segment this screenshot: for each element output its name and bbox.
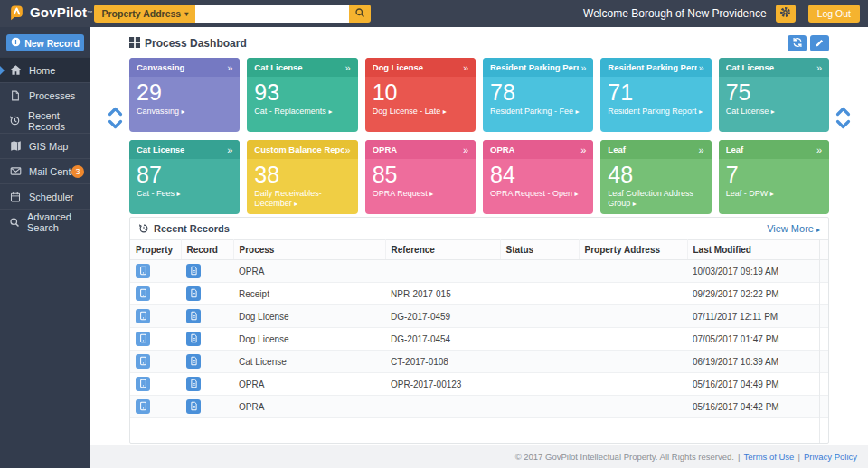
double-chevron-icon[interactable]: »: [699, 62, 704, 73]
property-button[interactable]: [136, 354, 150, 369]
recent-records-header: Recent Records View More ▸: [130, 218, 828, 239]
card-link[interactable]: OPRA Request - Open ▸: [490, 189, 586, 200]
privacy-policy-link[interactable]: Privacy Policy: [804, 452, 857, 462]
card-link[interactable]: Dog License - Late ▸: [373, 107, 468, 117]
search-input[interactable]: [195, 5, 349, 23]
sidebar-item-scheduler[interactable]: Scheduler: [0, 183, 90, 209]
record-button[interactable]: [186, 332, 201, 346]
sidebar-item-processes[interactable]: Processes: [0, 82, 90, 108]
cell-status: [500, 396, 579, 418]
card-header[interactable]: Dog License »: [365, 58, 476, 77]
double-chevron-icon[interactable]: »: [463, 62, 468, 73]
chevron-up-icon[interactable]: [835, 107, 851, 117]
cell-property-address: [579, 260, 687, 283]
card-header[interactable]: Leaf »: [719, 140, 829, 159]
dashboard-card: Custom Balance Report » 38 Daily Receiva…: [247, 140, 357, 214]
cell-last-modified: 06/19/2017 10:39 AM: [687, 351, 828, 373]
sidebar-item-home[interactable]: Home: [0, 57, 90, 82]
search-scope-button[interactable]: Property Address ▾: [94, 5, 195, 23]
property-button[interactable]: [136, 332, 150, 346]
card-header[interactable]: Resident Parking Permit »: [600, 58, 711, 77]
cell-process: Dog License: [233, 305, 385, 328]
property-button[interactable]: [136, 286, 150, 301]
record-button[interactable]: [186, 309, 201, 323]
record-button[interactable]: [186, 354, 201, 369]
table-scrollbar[interactable]: [819, 239, 820, 443]
property-button[interactable]: [136, 399, 150, 414]
card-link[interactable]: Resident Parking Report ▸: [608, 107, 703, 117]
copyright-text: © 2017 GovPilot Intellectual Property. A…: [515, 452, 734, 462]
dashboard-card: Cat License » 87 Cat - Fees ▸: [129, 140, 240, 214]
settings-button[interactable]: [776, 5, 796, 23]
double-chevron-icon[interactable]: »: [580, 62, 586, 73]
double-chevron-icon[interactable]: »: [463, 145, 468, 155]
terms-of-use-link[interactable]: Terms of Use: [743, 452, 794, 462]
card-header[interactable]: Cat License »: [129, 140, 240, 159]
logout-button[interactable]: Log Out: [808, 5, 860, 23]
property-button[interactable]: [136, 264, 150, 278]
search-button[interactable]: [349, 5, 371, 23]
record-button[interactable]: [186, 399, 201, 414]
sidebar-item-gis-map[interactable]: GIS Map: [0, 133, 90, 158]
record-icon: [189, 287, 199, 301]
global-search: Property Address ▾: [94, 5, 371, 23]
card-header[interactable]: OPRA »: [483, 140, 593, 159]
chevron-down-icon[interactable]: [108, 119, 123, 129]
card-link[interactable]: Daily Receivables- December ▸: [254, 189, 350, 210]
cell-last-modified: 07/05/2017 01:47 PM: [687, 328, 828, 351]
sidebar-item-recent-records[interactable]: Recent Records: [0, 108, 90, 133]
double-chevron-icon[interactable]: »: [227, 145, 232, 155]
cell-property-address: [579, 328, 687, 351]
double-chevron-icon[interactable]: »: [580, 145, 586, 155]
double-chevron-icon[interactable]: »: [816, 145, 822, 155]
double-chevron-icon[interactable]: »: [816, 62, 822, 73]
card-link[interactable]: Resident Parking - Fee ▸: [490, 107, 586, 117]
card-header[interactable]: Custom Balance Report »: [247, 140, 357, 159]
sidebar-item-label: Advanced Search: [27, 211, 90, 233]
double-chevron-icon[interactable]: »: [345, 145, 351, 155]
search-icon: [9, 217, 20, 228]
card-link-label: Cat - Fees: [137, 189, 175, 198]
card-link[interactable]: Leaf - DPW ▸: [726, 189, 822, 200]
dashboard-header: Process Dashboard: [129, 34, 829, 52]
record-button[interactable]: [186, 377, 201, 391]
card-link[interactable]: OPRA Request ▸: [373, 189, 468, 200]
card-header[interactable]: Canvassing »: [129, 58, 240, 77]
property-button[interactable]: [136, 377, 150, 391]
cell-last-modified: 07/11/2017 12:11 PM: [687, 305, 828, 328]
record-icon: [189, 400, 199, 414]
cell-last-modified: 09/29/2017 02:22 PM: [687, 283, 828, 305]
edit-button[interactable]: [810, 35, 829, 51]
property-button[interactable]: [136, 309, 150, 323]
double-chevron-icon[interactable]: »: [345, 62, 351, 73]
double-chevron-icon[interactable]: »: [699, 145, 704, 155]
footer-separator: |: [797, 452, 799, 462]
card-link[interactable]: Canvassing ▸: [137, 107, 232, 117]
chevron-down-icon[interactable]: [835, 119, 851, 129]
footer: © 2017 GovPilot Intellectual Property. A…: [90, 445, 868, 468]
card-link[interactable]: Cat - Fees ▸: [137, 189, 232, 200]
card-header[interactable]: OPRA »: [365, 140, 476, 159]
double-chevron-icon[interactable]: »: [227, 62, 232, 73]
card-link[interactable]: Cat License ▸: [726, 107, 822, 117]
new-record-button[interactable]: New Record: [6, 34, 84, 51]
mail-icon: [9, 165, 22, 177]
card-header[interactable]: Leaf »: [600, 140, 711, 159]
view-more-link[interactable]: View More ▸: [767, 223, 820, 234]
card-header[interactable]: Cat License »: [719, 58, 829, 77]
sidebar-item-mail-center[interactable]: Mail Center 3: [0, 158, 90, 183]
card-link[interactable]: Cat - Replacements ▸: [254, 107, 350, 117]
card-header[interactable]: Cat License »: [247, 58, 357, 77]
card-link[interactable]: Leaf Collection Address Group ▸: [608, 189, 703, 210]
sidebar-item-advanced-search[interactable]: Advanced Search: [0, 209, 90, 234]
record-button[interactable]: [186, 286, 201, 301]
chevron-up-icon[interactable]: [108, 107, 123, 117]
card-count: 78: [490, 80, 586, 106]
arrow-right-icon: ▸: [699, 108, 703, 116]
cell-status: [500, 351, 579, 373]
record-button[interactable]: [186, 264, 201, 278]
plus-circle-icon: [11, 37, 21, 49]
card-header[interactable]: Resident Parking Permit »: [483, 58, 593, 77]
refresh-button[interactable]: [788, 35, 807, 51]
property-icon: [138, 355, 148, 369]
